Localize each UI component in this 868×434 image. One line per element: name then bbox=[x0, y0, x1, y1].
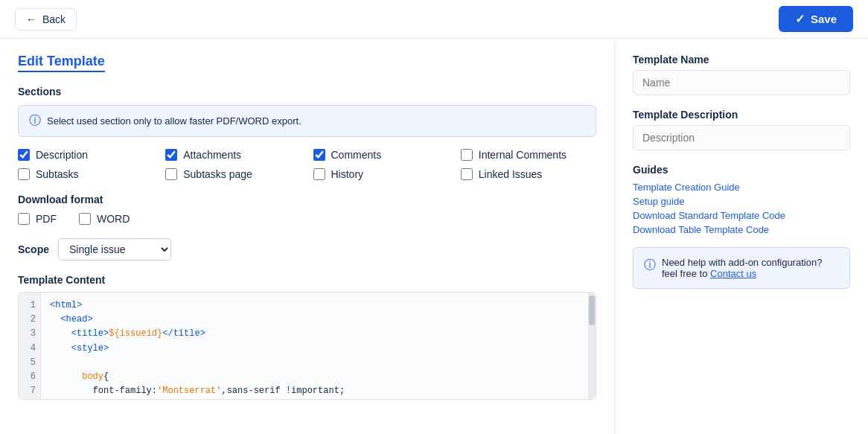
checkbox-linked-issues-input[interactable] bbox=[461, 168, 473, 180]
top-bar: ← Back ✓ Save bbox=[0, 0, 868, 39]
sections-checkboxes: Description Attachments Comments Interna… bbox=[18, 149, 596, 180]
checkbox-attachments-label: Attachments bbox=[183, 149, 241, 161]
checkbox-subtasks-page-label: Subtasks page bbox=[183, 168, 252, 180]
checkbox-subtasks-label: Subtasks bbox=[36, 168, 79, 180]
scrollbar-thumb bbox=[589, 296, 595, 325]
checkbox-attachments-input[interactable] bbox=[165, 149, 177, 161]
checkbox-internal-comments-input[interactable] bbox=[461, 149, 473, 161]
checkbox-comments-label: Comments bbox=[331, 149, 382, 161]
template-name-input[interactable] bbox=[633, 70, 850, 95]
format-checkboxes: PDF WORD bbox=[18, 213, 596, 225]
line-numbers: 12345678910 bbox=[19, 293, 41, 399]
checkbox-subtasks[interactable]: Subtasks bbox=[18, 168, 153, 180]
template-desc-label: Template Description bbox=[633, 109, 850, 121]
template-name-group: Template Name bbox=[633, 54, 850, 95]
info-banner: ⓘ Select used section only to allow fast… bbox=[18, 105, 596, 137]
checkbox-word-label: WORD bbox=[97, 213, 130, 225]
save-button[interactable]: ✓ Save bbox=[779, 6, 853, 32]
checkbox-word[interactable]: WORD bbox=[79, 213, 130, 225]
help-text: Need help with add-on configuration? fee… bbox=[662, 257, 839, 279]
checkbox-pdf[interactable]: PDF bbox=[18, 213, 57, 225]
back-button[interactable]: ← Back bbox=[15, 8, 77, 31]
guide-link-creation[interactable]: Template Creation Guide bbox=[633, 182, 850, 193]
checkbox-description[interactable]: Description bbox=[18, 149, 153, 161]
check-icon: ✓ bbox=[795, 12, 805, 26]
checkbox-pdf-label: PDF bbox=[36, 213, 57, 225]
checkbox-word-input[interactable] bbox=[79, 213, 91, 225]
info-text: Select used section only to allow faster… bbox=[47, 115, 301, 127]
help-info-icon: ⓘ bbox=[644, 258, 656, 273]
checkbox-pdf-input[interactable] bbox=[18, 213, 30, 225]
arrow-left-icon: ← bbox=[26, 13, 36, 25]
info-icon: ⓘ bbox=[29, 113, 41, 129]
contact-us-link[interactable]: Contact us bbox=[710, 268, 756, 279]
help-box: ⓘ Need help with add-on configuration? f… bbox=[633, 247, 850, 289]
checkbox-attachments[interactable]: Attachments bbox=[165, 149, 301, 161]
checkbox-comments-input[interactable] bbox=[313, 149, 325, 161]
main-layout: Edit Template Sections ⓘ Select used sec… bbox=[0, 39, 868, 434]
download-format-section: Download format PDF WORD bbox=[18, 194, 596, 225]
scope-label: Scope bbox=[18, 243, 49, 255]
checkbox-subtasks-input[interactable] bbox=[18, 168, 30, 180]
checkbox-description-input[interactable] bbox=[18, 149, 30, 161]
code-content[interactable]: <html> <head> <title>${issueid}</title> … bbox=[41, 293, 596, 399]
checkbox-history-label: History bbox=[331, 168, 364, 180]
checkbox-description-label: Description bbox=[36, 149, 88, 161]
left-panel: Edit Template Sections ⓘ Select used sec… bbox=[0, 39, 615, 434]
checkbox-linked-issues-label: Linked Issues bbox=[479, 168, 543, 180]
right-panel: Template Name Template Description Guide… bbox=[615, 39, 868, 434]
checkbox-history[interactable]: History bbox=[313, 168, 449, 180]
template-desc-group: Template Description bbox=[633, 109, 850, 150]
guide-link-setup[interactable]: Setup guide bbox=[633, 196, 850, 207]
code-scrollbar[interactable] bbox=[588, 293, 596, 399]
template-desc-input[interactable] bbox=[633, 125, 850, 150]
checkbox-subtasks-page[interactable]: Subtasks page bbox=[165, 168, 301, 180]
guides-title: Guides bbox=[633, 164, 850, 176]
checkbox-comments[interactable]: Comments bbox=[313, 149, 449, 161]
template-content-label: Template Content bbox=[18, 274, 596, 286]
checkbox-internal-comments[interactable]: Internal Comments bbox=[461, 149, 596, 161]
page-title: Edit Template bbox=[18, 54, 105, 72]
scope-row: Scope Single issue Multiple issues Proje… bbox=[18, 238, 596, 261]
code-editor[interactable]: 12345678910 <html> <head> <title>${issue… bbox=[18, 292, 596, 400]
checkbox-history-input[interactable] bbox=[313, 168, 325, 180]
guide-link-standard[interactable]: Download Standard Template Code bbox=[633, 210, 850, 221]
scope-select[interactable]: Single issue Multiple issues Project bbox=[58, 238, 171, 261]
guide-link-table[interactable]: Download Table Template Code bbox=[633, 224, 850, 235]
save-label: Save bbox=[811, 13, 837, 25]
checkbox-linked-issues[interactable]: Linked Issues bbox=[461, 168, 596, 180]
checkbox-subtasks-page-input[interactable] bbox=[165, 168, 177, 180]
sections-label: Sections bbox=[18, 86, 596, 98]
template-name-label: Template Name bbox=[633, 54, 850, 66]
guides-section: Guides Template Creation Guide Setup gui… bbox=[633, 164, 850, 235]
back-label: Back bbox=[42, 13, 66, 25]
checkbox-internal-comments-label: Internal Comments bbox=[479, 149, 567, 161]
download-format-label: Download format bbox=[18, 194, 596, 205]
